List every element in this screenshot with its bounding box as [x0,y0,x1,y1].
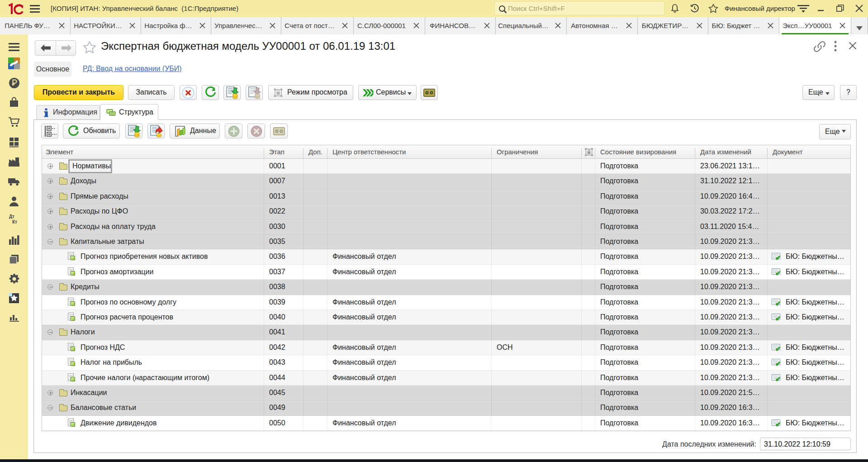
svg-text:Дт: Дт [9,214,14,219]
svg-text:Кт: Кт [12,219,17,224]
